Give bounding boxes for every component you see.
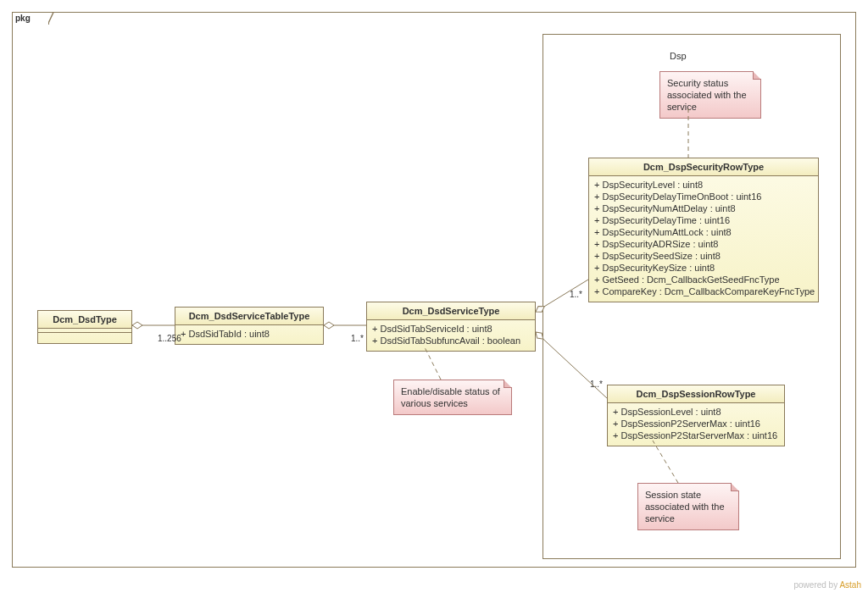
class-attribute: + DspSessionLevel : uint8 [613, 406, 779, 418]
class-attribute: + DspSecurityNumAttDelay : uint8 [594, 202, 813, 214]
class-attribute: + DsdSidTabId : uint8 [181, 328, 318, 340]
class-title: Dcm_DspSessionRowType [608, 385, 784, 403]
class-attribute: + DspSecurityDelayTimeOnBoot : uint16 [594, 191, 813, 202]
class-title: Dcm_DsdType [38, 311, 131, 329]
class-attribute: + DspSecurityLevel : uint8 [594, 179, 813, 191]
class-attribute: + DspSessionP2StarServerMax : uint16 [613, 430, 779, 441]
class-title: Dcm_DspSecurityRowType [589, 158, 818, 176]
class-attribute: + DsdSidTabSubfuncAvail : boolean [372, 335, 530, 346]
multiplicity-label: 1..* [590, 380, 603, 389]
class-attribute: + DsdSidTabServiceId : uint8 [372, 323, 530, 335]
class-attribute: + DspSessionP2ServerMax : uint16 [613, 418, 779, 430]
class-attribute: + CompareKey : Dcm_CallbackCompareKeyFnc… [594, 285, 813, 297]
multiplicity-label: 1..* [351, 334, 364, 343]
dsp-frame-title: Dsp [670, 51, 687, 61]
footer-brand: Astah [839, 580, 861, 590]
class-attribute: + DspSecurityADRSize : uint8 [594, 238, 813, 250]
diagram-canvas: pkg Dsp Dcm_DsdType Dcm_DsdServiceTableT… [0, 0, 868, 593]
class-dsp-sessionrowtype[interactable]: Dcm_DspSessionRowType + DspSessionLevel … [607, 385, 785, 446]
class-attribute: + DspSecurityNumAttLock : uint8 [594, 226, 813, 238]
class-attribute: + DspSecuritySeedSize : uint8 [594, 250, 813, 262]
class-dsd-servicetype[interactable]: Dcm_DsdServiceType + DsdSidTabServiceId … [366, 302, 536, 352]
note-services: Enable/disable status of various service… [393, 380, 512, 415]
class-title: Dcm_DsdServiceType [367, 302, 535, 320]
multiplicity-label: 1..* [570, 290, 582, 299]
footer-text: powered by [793, 580, 839, 590]
package-tab: pkg [12, 12, 49, 25]
class-title: Dcm_DsdServiceTableType [175, 308, 323, 325]
multiplicity-label: 1..256 [158, 334, 181, 343]
class-attribute: + GetSeed : Dcm_CallbackGetSeedFncType [594, 274, 813, 285]
class-dsd-servicetabletype[interactable]: Dcm_DsdServiceTableType + DsdSidTabId : … [175, 307, 324, 345]
class-attribute: + DspSecurityKeySize : uint8 [594, 262, 813, 274]
class-dsp-securityrowtype[interactable]: Dcm_DspSecurityRowType + DspSecurityLeve… [588, 158, 819, 302]
footer-powered-by: powered by Astah [793, 580, 861, 590]
class-attribute: + DspSecurityDelayTime : uint16 [594, 214, 813, 226]
note-security: Security status associated with the serv… [659, 71, 761, 119]
note-session: Session state associated with the servic… [637, 483, 739, 530]
class-dcm-dsdtype[interactable]: Dcm_DsdType [37, 310, 132, 344]
